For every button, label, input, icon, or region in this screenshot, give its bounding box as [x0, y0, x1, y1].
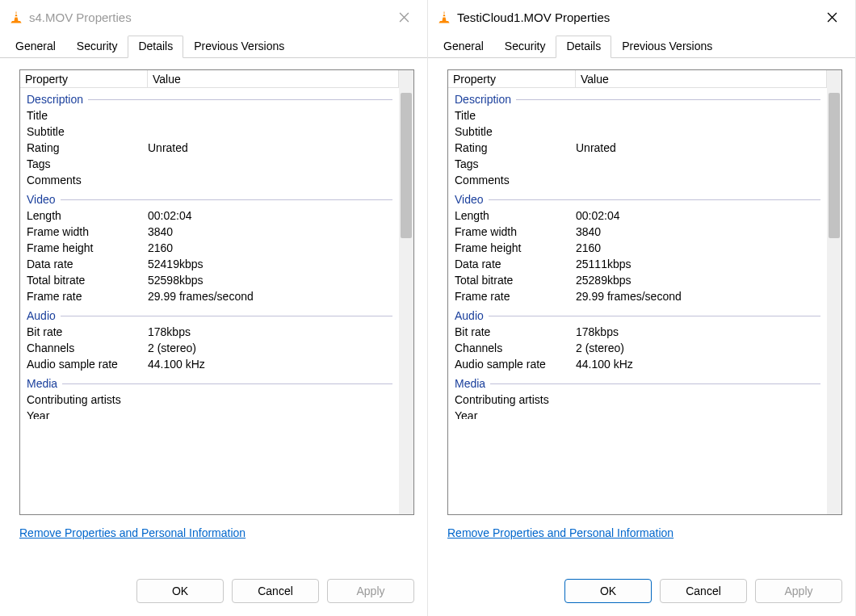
row-length[interactable]: Length00:02:04 — [20, 207, 399, 224]
properties-dialog-0: s4.MOV Properties General Security Detai… — [0, 0, 428, 616]
tab-security[interactable]: Security — [66, 36, 128, 57]
row-frame-rate[interactable]: Frame rate29.99 frames/second — [448, 288, 827, 304]
dialog-buttons: OK Cancel Apply — [0, 574, 427, 616]
row-channels[interactable]: Channels2 (stereo) — [20, 340, 399, 356]
row-total-bitrate[interactable]: Total bitrate25289kbps — [448, 272, 827, 288]
section-audio: Audio — [448, 304, 827, 324]
section-video: Video — [20, 188, 399, 207]
properties-list: Property Value Description Title Subtitl… — [447, 69, 842, 515]
apply-button[interactable]: Apply — [327, 579, 414, 603]
row-data-rate[interactable]: Data rate25111kbps — [448, 256, 827, 272]
properties-list: Property Value Description Title Subtitl… — [19, 69, 414, 515]
row-cutoff[interactable]: Year — [20, 408, 399, 419]
svg-rect-1 — [14, 16, 18, 17]
row-channels[interactable]: Channels2 (stereo) — [448, 340, 827, 356]
dialog-buttons: OK Cancel Apply — [428, 574, 855, 616]
svg-rect-0 — [15, 14, 18, 15]
row-bit-rate[interactable]: Bit rate178kbps — [448, 324, 827, 340]
vlc-cone-icon — [436, 9, 452, 25]
row-sample-rate[interactable]: Audio sample rate44.100 kHz — [20, 356, 399, 372]
row-data-rate[interactable]: Data rate52419kbps — [20, 256, 399, 272]
svg-rect-2 — [443, 14, 446, 15]
row-frame-width[interactable]: Frame width3840 — [20, 224, 399, 240]
section-video: Video — [448, 188, 827, 207]
row-cutoff[interactable]: Year — [448, 408, 827, 419]
properties-dialog-1: TestiCloud1.MOV Properties General Secur… — [428, 0, 856, 616]
vlc-cone-icon — [8, 9, 24, 25]
row-tags[interactable]: Tags — [448, 156, 827, 172]
row-sample-rate[interactable]: Audio sample rate44.100 kHz — [448, 356, 827, 372]
scrollbar-thumb[interactable] — [829, 93, 840, 238]
tab-details[interactable]: Details — [556, 36, 611, 58]
ok-button[interactable]: OK — [564, 579, 652, 603]
header-property[interactable]: Property — [448, 70, 576, 87]
tab-security[interactable]: Security — [494, 36, 556, 57]
row-contributing-artists[interactable]: Contributing artists — [20, 392, 399, 408]
header-value[interactable]: Value — [148, 70, 399, 87]
svg-rect-3 — [442, 16, 446, 17]
section-description: Description — [448, 88, 827, 107]
column-headers[interactable]: Property Value — [448, 70, 827, 88]
scrollbar[interactable] — [827, 70, 841, 514]
remove-properties-link[interactable]: Remove Properties and Personal Informati… — [447, 526, 673, 539]
row-comments[interactable]: Comments — [20, 172, 399, 188]
section-media: Media — [448, 372, 827, 392]
ok-button[interactable]: OK — [136, 579, 224, 603]
row-subtitle[interactable]: Subtitle — [20, 124, 399, 140]
dialog-title: TestiCloud1.MOV Properties — [457, 10, 813, 24]
row-total-bitrate[interactable]: Total bitrate52598kbps — [20, 272, 399, 288]
row-comments[interactable]: Comments — [448, 172, 827, 188]
header-property[interactable]: Property — [20, 70, 148, 87]
section-audio: Audio — [20, 304, 399, 324]
header-value[interactable]: Value — [576, 70, 827, 87]
section-description: Description — [20, 88, 399, 107]
row-length[interactable]: Length00:02:04 — [448, 207, 827, 224]
row-frame-height[interactable]: Frame height2160 — [20, 240, 399, 256]
titlebar[interactable]: s4.MOV Properties — [0, 0, 427, 34]
row-subtitle[interactable]: Subtitle — [448, 124, 827, 140]
tabs: General Security Details Previous Versio… — [428, 34, 855, 58]
row-title[interactable]: Title — [20, 107, 399, 124]
row-title[interactable]: Title — [448, 107, 827, 124]
row-rating[interactable]: RatingUnrated — [448, 140, 827, 156]
cancel-button[interactable]: Cancel — [660, 579, 747, 603]
row-tags[interactable]: Tags — [20, 156, 399, 172]
scrollbar[interactable] — [399, 70, 413, 514]
row-frame-rate[interactable]: Frame rate29.99 frames/second — [20, 288, 399, 304]
tab-previous-versions[interactable]: Previous Versions — [183, 36, 295, 57]
tab-general[interactable]: General — [433, 36, 494, 57]
remove-properties-link[interactable]: Remove Properties and Personal Informati… — [19, 526, 245, 539]
apply-button[interactable]: Apply — [755, 579, 842, 603]
section-media: Media — [20, 372, 399, 392]
cancel-button[interactable]: Cancel — [232, 579, 319, 603]
row-frame-height[interactable]: Frame height2160 — [448, 240, 827, 256]
tab-details[interactable]: Details — [128, 36, 183, 58]
column-headers[interactable]: Property Value — [20, 70, 399, 88]
titlebar[interactable]: TestiCloud1.MOV Properties — [428, 0, 855, 34]
dialog-title: s4.MOV Properties — [29, 10, 385, 24]
scrollbar-thumb[interactable] — [401, 93, 412, 238]
details-content: Property Value Description Title Subtitl… — [0, 58, 427, 574]
tab-previous-versions[interactable]: Previous Versions — [611, 36, 723, 57]
row-contributing-artists[interactable]: Contributing artists — [448, 392, 827, 408]
close-button[interactable] — [385, 4, 422, 30]
tab-general[interactable]: General — [5, 36, 66, 57]
row-rating[interactable]: RatingUnrated — [20, 140, 399, 156]
row-bit-rate[interactable]: Bit rate178kbps — [20, 324, 399, 340]
row-frame-width[interactable]: Frame width3840 — [448, 224, 827, 240]
close-button[interactable] — [813, 4, 850, 30]
details-content: Property Value Description Title Subtitl… — [428, 58, 855, 574]
tabs: General Security Details Previous Versio… — [0, 34, 427, 58]
